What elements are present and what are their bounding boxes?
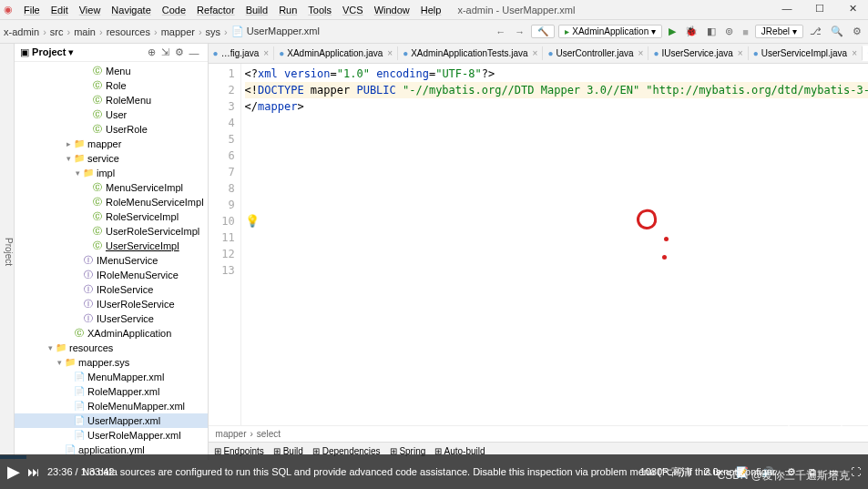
tree-item[interactable]: 📄RoleMenuMapper.xml: [15, 399, 208, 413]
git-icon[interactable]: ⎇: [807, 25, 824, 37]
tree-item[interactable]: 📄UserRoleMapper.xml: [15, 428, 208, 443]
editor-tab[interactable]: ●IUserService.java×: [648, 46, 748, 60]
close-tab-icon[interactable]: ×: [387, 48, 393, 58]
breadcrumb-segment[interactable]: main: [74, 26, 96, 37]
menu-view[interactable]: View: [74, 3, 107, 17]
tree-label: RoleMenu: [106, 93, 151, 107]
breadcrumb[interactable]: x-admin › src › main › resources › mappe…: [4, 25, 493, 37]
breadcrumb-segment[interactable]: 📄 UserMapper.xml: [231, 25, 320, 37]
close-tab-icon[interactable]: ×: [852, 48, 857, 58]
tree-item[interactable]: 📄MenuMapper.xml: [15, 370, 208, 384]
editor-breadcrumb[interactable]: mapper › select: [209, 425, 868, 442]
breadcrumb-segment[interactable]: x-admin: [4, 26, 39, 37]
tree-item[interactable]: 📄RoleMapper.xml: [15, 384, 208, 399]
jrebel-dropdown[interactable]: JRebel ▾: [755, 25, 803, 38]
intention-bulb-icon[interactable]: 💡: [245, 213, 260, 229]
menu-edit[interactable]: Edit: [46, 3, 74, 17]
stop-button[interactable]: ■: [740, 26, 751, 37]
close-tab-icon[interactable]: ×: [638, 48, 644, 58]
tree-label: Menu: [106, 64, 131, 78]
tree-item[interactable]: ⒸMenuServiceImpl: [15, 180, 208, 195]
editor-tab[interactable]: ●UserServiceImpl.java×: [749, 46, 863, 60]
tree-item[interactable]: ⒸXAdminApplication: [15, 326, 208, 341]
annotation-dot: [662, 255, 667, 260]
tree-item[interactable]: 📄UserMapper.xml: [15, 413, 208, 428]
close-tab-icon[interactable]: ×: [738, 48, 743, 58]
close-tab-icon[interactable]: ×: [263, 48, 269, 58]
collapse-icon[interactable]: ⇲: [158, 46, 172, 58]
editor-tab[interactable]: ●XAdminApplicationTests.java×: [398, 46, 543, 60]
breadcrumb-segment[interactable]: mapper: [161, 26, 195, 37]
select-opened-icon[interactable]: ⊕: [145, 46, 158, 58]
close-tab-icon[interactable]: ×: [533, 48, 538, 58]
menu-window[interactable]: Window: [369, 3, 415, 17]
tree-label: RoleMenuMapper.xml: [87, 399, 185, 413]
tree-item[interactable]: ⒾIUserService: [15, 311, 208, 326]
tree-item[interactable]: ▸📁mapper: [15, 137, 208, 151]
tree-item[interactable]: ⒾIMenuService: [15, 253, 208, 268]
breadcrumb-segment[interactable]: sys: [206, 26, 221, 37]
menu-help[interactable]: Help: [415, 3, 447, 17]
run-button[interactable]: ▶: [666, 25, 679, 37]
search-icon[interactable]: 🔍: [828, 25, 846, 37]
tree-item[interactable]: ▾📁impl: [15, 166, 208, 180]
profile-button[interactable]: ⊚: [722, 25, 736, 37]
hammer-icon[interactable]: 🔨: [531, 25, 555, 38]
maximize-button[interactable]: ☐: [806, 0, 833, 16]
menu-file[interactable]: File: [18, 3, 46, 17]
editor-tab[interactable]: ●…fig.java×: [209, 46, 275, 60]
tree-label: User: [106, 107, 127, 122]
menu-build[interactable]: Build: [240, 3, 273, 17]
breadcrumb-segment[interactable]: src: [50, 26, 64, 37]
tree-item[interactable]: ▾📁service: [15, 151, 208, 166]
menu-refactor[interactable]: Refactor: [191, 3, 240, 17]
toolbar: x-admin › src › main › resources › mappe…: [0, 20, 868, 44]
tree-item[interactable]: ⒾIUserRoleService: [15, 297, 208, 311]
coverage-button[interactable]: ◧: [704, 25, 719, 37]
bilibili-icon[interactable]: ▷: [788, 398, 842, 434]
prev-button[interactable]: ←: [493, 26, 508, 37]
code-lines[interactable]: <?xml version="1.0" encoding="UTF-8"?><!…: [241, 64, 868, 425]
gear-icon[interactable]: ⚙: [172, 46, 187, 58]
app-icon: ◉: [4, 4, 13, 15]
tree-item[interactable]: ⒾIRoleService: [15, 282, 208, 297]
tree-item[interactable]: ▾📁resources: [15, 341, 208, 355]
tree-label: mapper: [87, 137, 121, 151]
tree-label: UserMapper.xml: [87, 413, 160, 428]
tree-label: IUserRoleService: [97, 297, 175, 311]
rail-tab[interactable]: Project: [4, 238, 14, 266]
project-tree[interactable]: ⒸMenuⒸRoleⒸRoleMenuⒸUserⒸUserRole▸📁mappe…: [15, 62, 208, 460]
tree-item[interactable]: ⒾIRoleMenuService: [15, 268, 208, 282]
tree-item[interactable]: ⒸRoleMenuServiceImpl: [15, 195, 208, 209]
run-config-dropdown[interactable]: ▸ XAdminApplication ▾: [558, 25, 662, 38]
project-view-dropdown[interactable]: ▣ Project ▾: [20, 46, 74, 58]
menu-code[interactable]: Code: [157, 3, 191, 17]
debug-button[interactable]: 🐞: [682, 25, 700, 37]
menu-navigate[interactable]: Navigate: [106, 3, 156, 17]
tree-item[interactable]: ⒸRoleServiceImpl: [15, 209, 208, 224]
menu-run[interactable]: Run: [273, 3, 302, 17]
tree-item[interactable]: ⒸMenu: [15, 64, 208, 78]
editor-tabs: ●…fig.java×●XAdminApplication.java×●XAdm…: [209, 44, 868, 64]
tree-item[interactable]: ⒸUser: [15, 107, 208, 122]
breadcrumb-segment[interactable]: resources: [107, 26, 150, 37]
menu-vcs[interactable]: VCS: [337, 3, 369, 17]
tree-item[interactable]: ⒸUserRole: [15, 122, 208, 137]
editor-tab[interactable]: ●XAdminApplication.java×: [274, 46, 398, 60]
menu-tools[interactable]: Tools: [302, 3, 337, 17]
next-button[interactable]: →: [512, 26, 527, 37]
settings-icon[interactable]: ⚙: [850, 25, 864, 37]
hide-icon[interactable]: —: [187, 47, 202, 58]
tree-item[interactable]: ⒸRole: [15, 78, 208, 93]
annotation-dot: [664, 237, 669, 241]
minimize-button[interactable]: —: [773, 0, 801, 16]
close-button[interactable]: ✕: [839, 0, 866, 16]
editor-tab[interactable]: ●UserController.java×: [543, 46, 648, 60]
tree-item[interactable]: ▾📁mapper.sys: [15, 355, 208, 370]
tree-item[interactable]: ⒸUserServiceImpl: [15, 239, 208, 253]
code-editor[interactable]: 12345678910111213 <?xml version="1.0" en…: [209, 64, 868, 425]
editor-tab[interactable]: ●UserMapper.xml×: [863, 46, 868, 61]
tree-item[interactable]: ⒸRoleMenu: [15, 93, 208, 107]
tree-label: UserRole: [106, 122, 148, 137]
tree-item[interactable]: ⒸUserRoleServiceImpl: [15, 224, 208, 239]
